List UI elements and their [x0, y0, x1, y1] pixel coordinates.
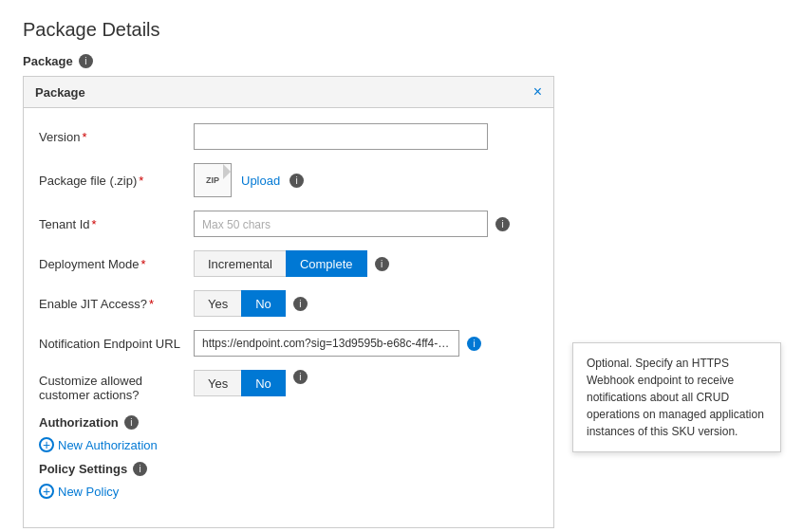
new-authorization-link[interactable]: + New Authorization — [39, 437, 538, 452]
new-policy-link[interactable]: + New Policy — [39, 484, 538, 499]
deployment-info-icon[interactable]: i — [375, 257, 389, 271]
tooltip-text: Optional. Specify an HTTPS Webhook endpo… — [587, 357, 764, 438]
customize-actions-label: Customize allowed customer actions? — [39, 370, 186, 402]
panel-header: Package × — [24, 77, 553, 108]
policy-settings-section: Policy Settings i — [39, 462, 538, 476]
new-authorization-label: New Authorization — [58, 438, 158, 452]
version-label: Version* — [39, 130, 186, 144]
policy-settings-heading: Policy Settings — [39, 462, 127, 476]
authorization-info-icon[interactable]: i — [124, 415, 139, 430]
authorization-section: Authorization i — [39, 415, 538, 430]
authorization-heading: Authorization — [39, 415, 119, 430]
package-info-icon[interactable]: i — [79, 54, 93, 68]
section-label: Package — [23, 54, 73, 68]
page-title: Package Details — [23, 19, 780, 41]
jit-info-icon[interactable]: i — [293, 297, 308, 311]
new-policy-plus-icon: + — [39, 484, 54, 499]
package-panel: Package × Version* Package file (.zip)* … — [23, 76, 554, 528]
notification-tooltip: Optional. Specify an HTTPS Webhook endpo… — [572, 342, 781, 452]
panel-body: Version* Package file (.zip)* ZIP Upload… — [24, 108, 553, 527]
upload-area: ZIP Upload i — [194, 163, 304, 197]
tenant-id-input[interactable] — [194, 211, 488, 237]
customize-yes-btn[interactable]: Yes — [194, 370, 241, 396]
notification-url-label: Notification Endpoint URL — [39, 337, 186, 351]
deployment-mode-row: Deployment Mode* Incremental Complete i — [39, 250, 538, 277]
package-file-row: Package file (.zip)* ZIP Upload i — [39, 163, 538, 197]
jit-no-btn[interactable]: No — [241, 290, 286, 317]
customize-info-icon[interactable]: i — [293, 370, 308, 384]
policy-settings-info-icon[interactable]: i — [133, 462, 147, 476]
tenant-id-row: Tenant Id* i — [39, 211, 538, 237]
new-policy-label: New Policy — [58, 485, 119, 499]
customize-no-btn[interactable]: No — [241, 370, 286, 396]
jit-yes-btn[interactable]: Yes — [194, 290, 241, 317]
deployment-incremental-btn[interactable]: Incremental — [194, 250, 286, 277]
jit-toggle: Yes No — [194, 290, 286, 317]
version-row: Version* — [39, 123, 538, 150]
upload-info-icon[interactable]: i — [289, 174, 304, 188]
notification-url-row: Notification Endpoint URL i — [39, 330, 538, 357]
tenant-id-label: Tenant Id* — [39, 217, 186, 231]
customize-actions-toggle: Yes No — [194, 370, 286, 396]
package-file-label: Package file (.zip)* — [39, 174, 186, 188]
close-button[interactable]: × — [533, 84, 542, 100]
deployment-mode-label: Deployment Mode* — [39, 257, 186, 271]
deployment-mode-toggle: Incremental Complete — [194, 250, 367, 277]
notification-url-input[interactable] — [194, 330, 459, 357]
tenant-info-icon[interactable]: i — [495, 217, 510, 231]
new-authorization-plus-icon: + — [39, 437, 54, 452]
jit-access-row: Enable JIT Access?* Yes No i — [39, 290, 538, 317]
zip-icon: ZIP — [194, 163, 232, 197]
version-input[interactable] — [194, 123, 488, 150]
customize-actions-row: Customize allowed customer actions? Yes … — [39, 370, 538, 402]
panel-title: Package — [35, 85, 85, 100]
upload-link[interactable]: Upload — [241, 174, 280, 188]
notification-info-icon[interactable]: i — [467, 337, 481, 351]
deployment-complete-btn[interactable]: Complete — [286, 250, 367, 277]
jit-access-label: Enable JIT Access?* — [39, 297, 186, 311]
